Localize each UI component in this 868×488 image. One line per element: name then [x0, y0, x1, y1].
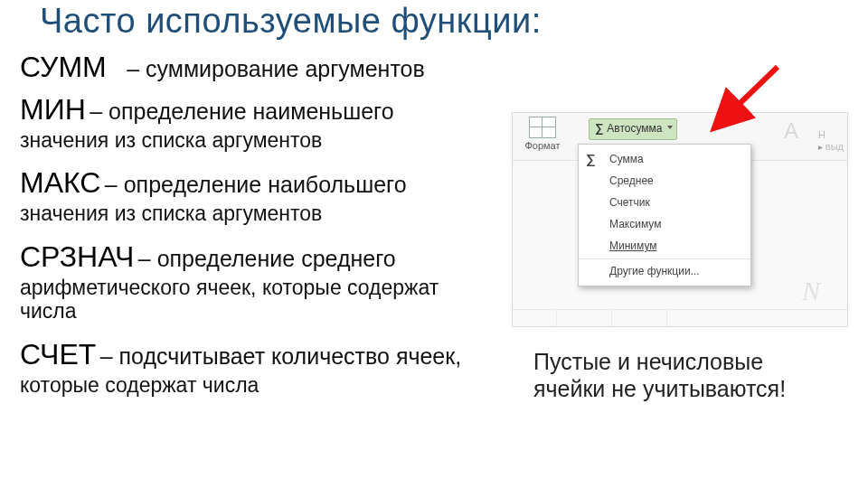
def-min: МИН – определение наименьшего значения и… — [20, 93, 499, 152]
def-average: СРЗНАЧ – определение среднего арифметиче… — [20, 240, 499, 324]
def-sum: СУММ – суммирование аргументов — [20, 51, 499, 84]
ghost-letter-a: А — [784, 118, 798, 144]
format-button[interactable]: Формат — [518, 117, 567, 151]
func-desc-rest: которые содержат числа — [20, 373, 499, 397]
func-name: МАКС — [20, 166, 100, 199]
sigma-icon: ∑ — [586, 151, 596, 166]
excel-screenshot: Формат ∑Автосумма А Н ▸ выд ∑ Сумма Сред… — [512, 112, 848, 327]
menu-item-max[interactable]: Максимум — [579, 213, 750, 235]
menu-item-label: Максимум — [609, 218, 661, 230]
func-name: МИН — [20, 93, 86, 126]
slide-root: Часто используемые функции: СУММ – сумми… — [0, 0, 868, 488]
def-max: МАКС – определение наибольшего значения … — [20, 166, 499, 225]
footnote-text: Пустые и нечисловые ячейки не учитываютс… — [533, 349, 832, 402]
menu-item-label: Счетчик — [609, 196, 650, 209]
menu-item-min[interactable]: Минимум — [579, 235, 750, 257]
menu-item-count[interactable]: Счетчик — [579, 192, 750, 213]
menu-item-sum[interactable]: ∑ Сумма — [579, 148, 750, 170]
menu-item-label: Другие функции... — [609, 265, 700, 277]
autosum-dropdown: ∑ Сумма Среднее Счетчик Максимум Минимум… — [578, 144, 751, 286]
autosum-label: Автосумма — [607, 122, 662, 135]
func-desc-first: – определение наибольшего — [105, 172, 407, 197]
menu-item-label: Среднее — [609, 174, 654, 187]
ghost-right-text: Н ▸ выд — [818, 129, 844, 153]
func-desc-rest: значения из списка аргументов — [20, 202, 499, 225]
grid-bottom-lines — [513, 309, 847, 326]
slide-title: Часто используемые функции: — [40, 2, 542, 41]
function-definitions: СУММ – суммирование аргументов МИН – опр… — [20, 51, 499, 402]
format-label: Формат — [518, 140, 567, 151]
func-desc-first: – суммирование аргументов — [127, 56, 425, 81]
ghost-letter-n: N — [802, 276, 820, 306]
func-desc-rest: значения из списка аргументов — [20, 128, 499, 152]
def-count: СЧЕТ – подсчитывает количество ячеек, ко… — [20, 338, 499, 397]
func-name: СУММ — [20, 51, 107, 83]
format-icon — [529, 117, 556, 138]
func-name: СЧЕТ — [20, 338, 96, 371]
func-desc-first: – определение наименьшего — [90, 99, 393, 124]
menu-item-more[interactable]: Другие функции... — [579, 258, 750, 282]
dropdown-caret-icon — [667, 126, 673, 129]
menu-item-label: Минимум — [609, 239, 657, 252]
ghost-right-2: выд — [826, 141, 844, 152]
func-desc-first: – определение среднего — [138, 246, 396, 271]
ghost-right-1: Н — [818, 129, 826, 140]
func-desc-first: – подсчитывает количество ячеек, — [100, 343, 461, 369]
func-name: СРЗНАЧ — [20, 240, 134, 273]
sigma-icon: ∑ — [595, 121, 603, 135]
menu-item-average[interactable]: Среднее — [579, 170, 750, 192]
func-desc-rest: арифметического ячеек, которые содержат … — [20, 276, 499, 324]
menu-item-label: Сумма — [609, 153, 644, 165]
chevron-right-icon: ▸ — [818, 142, 826, 152]
autosum-button[interactable]: ∑Автосумма — [589, 118, 677, 140]
